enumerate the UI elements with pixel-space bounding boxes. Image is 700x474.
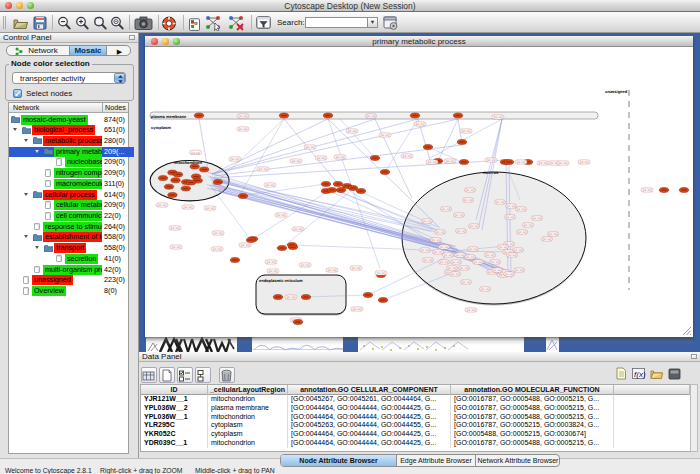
svg-text:[xx xx]: [xx xx] (517, 160, 526, 164)
svg-text:[xx xx]: [xx xx] (494, 115, 503, 119)
svg-text:[xx xx]: [xx xx] (259, 167, 268, 171)
svg-text:[xx xx]: [xx xx] (301, 263, 310, 267)
svg-text:[xx xx]: [xx xx] (377, 271, 386, 275)
svg-text:[xx xx]: [xx xx] (580, 160, 589, 164)
svg-text:[xx xx]: [xx xx] (184, 205, 193, 209)
svg-text:[xx xx]: [xx xx] (292, 159, 301, 163)
svg-text:[xx xx]: [xx xx] (367, 114, 376, 118)
svg-text:[xx xx]: [xx xx] (416, 122, 425, 126)
svg-text:unassigned: unassigned (605, 89, 628, 94)
svg-text:f(x): f(x) (634, 370, 646, 379)
svg-text:[xx xx]: [xx xx] (481, 287, 490, 291)
svg-text:[xx xx]: [xx xx] (423, 219, 432, 223)
svg-text:[xx xx]: [xx xx] (474, 260, 483, 264)
svg-text:[xx xx]: [xx xx] (559, 161, 568, 165)
svg-text:[xx xx]: [xx xx] (452, 260, 461, 264)
svg-text:[xx xx]: [xx xx] (206, 206, 215, 210)
svg-text:[xx xx]: [xx xx] (470, 224, 479, 228)
svg-text:[xx xx]: [xx xx] (543, 237, 552, 241)
svg-text:[xx xx]: [xx xx] (348, 129, 357, 133)
svg-text:[xx xx]: [xx xx] (328, 268, 337, 272)
svg-text:mitochondrion: mitochondrion (174, 160, 203, 165)
svg-text:[xx xx]: [xx xx] (507, 204, 516, 208)
svg-text:[xx xx]: [xx xx] (336, 155, 345, 159)
svg-text:[xx xx]: [xx xx] (191, 151, 200, 155)
svg-text:[xx xx]: [xx xx] (432, 238, 441, 242)
svg-text:[xx xx]: [xx xx] (436, 230, 445, 234)
svg-text:[xx xx]: [xx xx] (487, 158, 496, 162)
svg-text:[xx xx]: [xx xx] (442, 207, 451, 211)
svg-text:[xx xx]: [xx xx] (469, 247, 478, 251)
svg-text:[xx xx]: [xx xx] (294, 227, 303, 231)
svg-text:[xx xx]: [xx xx] (508, 253, 517, 257)
svg-text:[xx xx]: [xx xx] (448, 266, 457, 270)
svg-text:[xx xx]: [xx xx] (444, 253, 453, 257)
svg-text:[xx xx]: [xx xx] (505, 272, 514, 276)
svg-text:cytoplasm: cytoplasm (151, 125, 171, 130)
svg-text:[xx xx]: [xx xx] (277, 213, 286, 217)
svg-text:[xx xx]: [xx xx] (455, 213, 464, 217)
svg-text:[xx xx]: [xx xx] (466, 255, 475, 259)
svg-text:[xx xx]: [xx xx] (231, 157, 240, 161)
svg-text:[xx xx]: [xx xx] (158, 203, 167, 207)
svg-text:[xx xx]: [xx xx] (524, 223, 533, 227)
svg-text:[xx xx]: [xx xx] (440, 245, 449, 249)
svg-text:[xx xx]: [xx xx] (462, 280, 471, 284)
svg-text:[xx xx]: [xx xx] (499, 245, 508, 249)
svg-text:[xx xx]: [xx xx] (424, 258, 433, 262)
svg-text:[xx xx]: [xx xx] (267, 260, 276, 264)
svg-text:[xx xx]: [xx xx] (213, 247, 222, 251)
svg-text:[xx xx]: [xx xx] (421, 248, 430, 252)
svg-text:[xx xx]: [xx xx] (352, 266, 361, 270)
svg-text:[xx xx]: [xx xx] (241, 243, 250, 247)
svg-text:[xx xx]: [xx xx] (491, 260, 500, 264)
svg-text:[xx xx]: [xx xx] (171, 226, 180, 230)
svg-text:[xx xx]: [xx xx] (464, 198, 473, 202)
svg-text:[xx xx]: [xx xx] (353, 307, 362, 311)
svg-text:[xx xx]: [xx xx] (462, 129, 471, 133)
svg-text:[xx xx]: [xx xx] (381, 133, 390, 137)
svg-text:[xx xx]: [xx xx] (549, 232, 558, 236)
svg-text:[xx xx]: [xx xx] (403, 154, 412, 158)
svg-text:endoplasmic reticulum: endoplasmic reticulum (259, 278, 303, 283)
svg-text:[xx xx]: [xx xx] (317, 156, 326, 160)
svg-text:[xx xx]: [xx xx] (457, 229, 466, 233)
svg-text:[xx xx]: [xx xx] (460, 266, 469, 270)
svg-text:[xx xx]: [xx xx] (518, 230, 527, 234)
svg-text:[xx xx]: [xx xx] (456, 253, 465, 257)
svg-text:[xx xx]: [xx xx] (643, 188, 652, 192)
svg-text:[xx xx]: [xx xx] (515, 268, 524, 272)
svg-text:[xx xx]: [xx xx] (446, 159, 455, 163)
svg-text:[xx xx]: [xx xx] (239, 127, 248, 131)
svg-text:[xx xx]: [xx xx] (214, 231, 223, 235)
svg-text:[xx xx]: [xx xx] (539, 161, 548, 165)
svg-text:[xx xx]: [xx xx] (428, 160, 437, 164)
svg-text:[xx xx]: [xx xx] (496, 200, 505, 204)
svg-text:[xx xx]: [xx xx] (517, 207, 526, 211)
svg-text:[xx xx]: [xx xx] (440, 260, 449, 264)
svg-text:[xx xx]: [xx xx] (239, 114, 248, 118)
svg-text:[xx xx]: [xx xx] (287, 295, 296, 299)
svg-text:[xx xx]: [xx xx] (533, 216, 542, 220)
svg-text:[xx xx]: [xx xx] (172, 245, 181, 249)
svg-text:[xx xx]: [xx xx] (451, 272, 460, 276)
svg-text:[xx xx]: [xx xx] (434, 250, 443, 254)
svg-text:[xx xx]: [xx xx] (486, 253, 495, 257)
svg-text:[xx xx]: [xx xx] (266, 183, 275, 187)
svg-text:plasma membrane: plasma membrane (151, 114, 187, 119)
svg-text:[xx xx]: [xx xx] (506, 215, 515, 219)
svg-text:[xx xx]: [xx xx] (467, 308, 476, 312)
svg-text:[xx xx]: [xx xx] (306, 145, 315, 149)
svg-text:[xx xx]: [xx xx] (466, 188, 475, 192)
svg-text:[xx xx]: [xx xx] (514, 248, 523, 252)
svg-text:[xx xx]: [xx xx] (269, 269, 278, 273)
svg-text:[xx xx]: [xx xx] (493, 268, 502, 272)
